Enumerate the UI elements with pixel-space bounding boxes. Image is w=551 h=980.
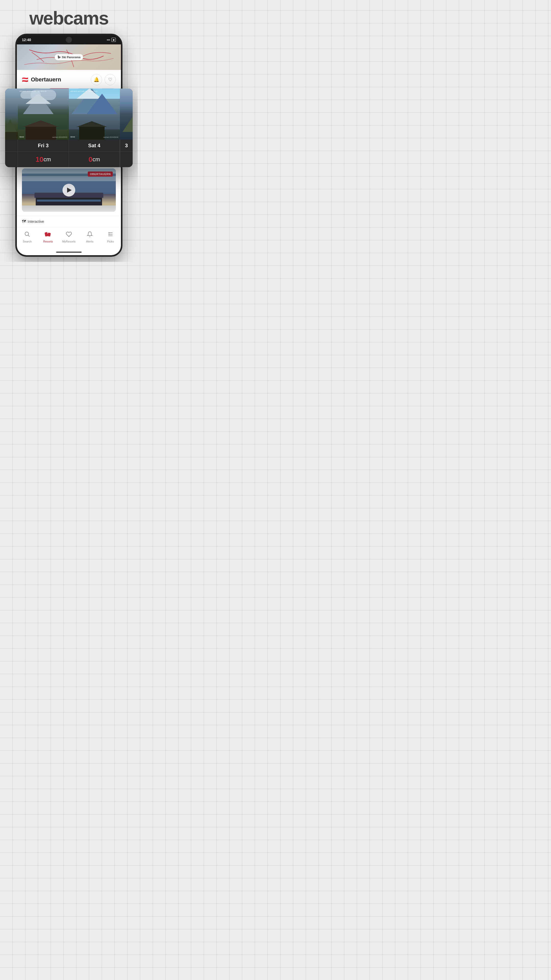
- date-fri: Fri 3: [18, 140, 69, 151]
- webcam-partial-left: [5, 89, 18, 140]
- picks-icon: [107, 231, 114, 239]
- status-icons: ▪▪▪ ■: [107, 38, 116, 42]
- search-icon: [24, 231, 30, 239]
- interactive-icon: 🗺: [22, 219, 26, 224]
- snow-unit-sat: cm: [93, 156, 100, 163]
- snow-partial-right: [120, 152, 133, 167]
- date-fri-label: Fri 3: [38, 143, 48, 148]
- obertauern-badge: OBERTAUERN: [88, 172, 113, 177]
- webcam-partial-right-sim: [120, 89, 133, 140]
- snow-fri: 10 cm: [18, 152, 69, 167]
- video-snow-line: [22, 176, 116, 181]
- nav-resorts-label: Resorts: [43, 240, 53, 243]
- webcam-partial-right: [120, 89, 133, 140]
- nav-myresorts[interactable]: MyResorts: [59, 229, 79, 245]
- nav-alerts-label: Alerts: [86, 240, 94, 243]
- snow-number-sat: 0: [89, 156, 93, 164]
- ski-panorama-label: Ski Panorama: [62, 56, 81, 59]
- nav-search[interactable]: Search: [17, 229, 38, 245]
- svg-rect-3: [48, 232, 51, 237]
- date-next-label: 3: [125, 143, 128, 148]
- front-camera: [66, 37, 72, 43]
- date-partial-left: [5, 140, 18, 151]
- building-sat: [79, 127, 105, 140]
- webcam-sat: allment.zermatt.ch · by wrd.ch W●D cache…: [69, 89, 120, 140]
- webcam-images-row: allment.zermatt.ch · by wrd.ch W●D cache…: [5, 89, 133, 140]
- date-sat: Sat 4: [69, 140, 120, 151]
- watermark-sat: W●D: [70, 136, 75, 138]
- webcam-sim-left: [5, 89, 18, 140]
- dates-row: Fri 3 Sat 4 3: [5, 140, 133, 151]
- bell-nav-icon: [87, 231, 93, 239]
- resorts-icon: [44, 231, 52, 239]
- glass-panels: [37, 200, 101, 202]
- nav-myresorts-label: MyResorts: [62, 240, 76, 243]
- interactive-text: Interactive: [27, 220, 44, 224]
- play-icon: [67, 188, 72, 192]
- webcam-source-label: allment.zermatt.ch · by wrd.ch: [19, 90, 46, 92]
- phone-bottom-content: By Feratel Media Technologies AG: [17, 159, 121, 255]
- overlay-card: allment.zermatt.ch · by wrd.ch W●D cache…: [5, 89, 133, 167]
- webcam-sat-sim: allment.zermatt.ch · by wrd.ch W●D cache…: [69, 89, 120, 140]
- cached-sat: cached 2024/05/04: [103, 136, 118, 138]
- favorite-button[interactable]: ♡: [105, 74, 116, 85]
- resort-name: Obertauern: [31, 76, 61, 83]
- webcam-fri-sim: allment.zermatt.ch · by wrd.ch W●D cache…: [18, 89, 69, 140]
- interactive-label: 🗺 Interactive: [22, 219, 116, 224]
- date-sat-label: Sat 4: [88, 143, 100, 148]
- nav-alerts[interactable]: Alerts: [79, 229, 100, 245]
- battery-icon: ■: [111, 38, 116, 42]
- home-bar: [56, 251, 82, 253]
- building-main: [25, 127, 56, 140]
- phone-bottom: By Feratel Media Technologies AG: [15, 157, 122, 257]
- home-indicator: [17, 249, 121, 255]
- status-bar: 12:40 ▪▪▪ ■: [17, 35, 121, 45]
- nav-picks[interactable]: Picks: [100, 229, 121, 245]
- roof: [23, 121, 59, 127]
- roof-sat: [76, 121, 107, 127]
- nav-resorts[interactable]: Resorts: [38, 229, 59, 245]
- bottom-nav: Search Resorts: [17, 227, 121, 249]
- video-thumbnail[interactable]: OBERTAUERN: [22, 169, 116, 212]
- snow-sat: 0 cm: [69, 152, 120, 167]
- wifi-icon: ▪▪▪: [107, 38, 110, 41]
- partial-mountain: [122, 117, 133, 132]
- snow-cap: [25, 94, 51, 104]
- resort-name-row: 🇦🇹 Obertauern: [22, 76, 61, 83]
- date-partial-right: 3: [120, 140, 133, 151]
- right-peak: [87, 94, 118, 114]
- snow-row: 10 cm 0 cm: [5, 151, 133, 167]
- webcam-source-sat: allment.zermatt.ch · by wrd.ch: [70, 90, 97, 92]
- page-wrapper: webcams 12:40 ▪▪▪ ■: [0, 0, 138, 262]
- building-left: [5, 132, 18, 140]
- svg-rect-2: [44, 232, 48, 237]
- play-button[interactable]: [62, 184, 75, 197]
- flag-icon: 🇦🇹: [22, 76, 28, 83]
- ground-snow: [22, 205, 116, 212]
- interactive-section: 🗺 Interactive: [17, 216, 121, 227]
- snow-number-fri: 10: [35, 156, 43, 164]
- cached-fri: cached 2024/05/03: [52, 136, 67, 138]
- svg-point-0: [25, 232, 29, 235]
- bell-button[interactable]: 🔔: [91, 74, 102, 85]
- webcam-fri: allment.zermatt.ch · by wrd.ch W●D cache…: [18, 89, 69, 140]
- ski-panorama-badge: ⛷ Ski Panorama: [55, 54, 83, 60]
- watermark-fri: W●D: [19, 136, 24, 138]
- svg-line-1: [28, 235, 30, 237]
- map-area: ⛷ Ski Panorama: [17, 45, 121, 70]
- ski-icon: ⛷: [57, 55, 61, 59]
- heart-icon: [66, 231, 72, 239]
- snow-partial-left: [5, 152, 18, 167]
- nav-picks-label: Picks: [107, 240, 114, 243]
- resort-header: 🇦🇹 Obertauern 🔔 ♡: [17, 70, 121, 88]
- nav-search-label: Search: [23, 240, 32, 243]
- status-time: 12:40: [22, 38, 31, 42]
- page-title: webcams: [29, 8, 108, 29]
- snow-unit-fri: cm: [43, 156, 51, 163]
- header-actions: 🔔 ♡: [91, 74, 116, 85]
